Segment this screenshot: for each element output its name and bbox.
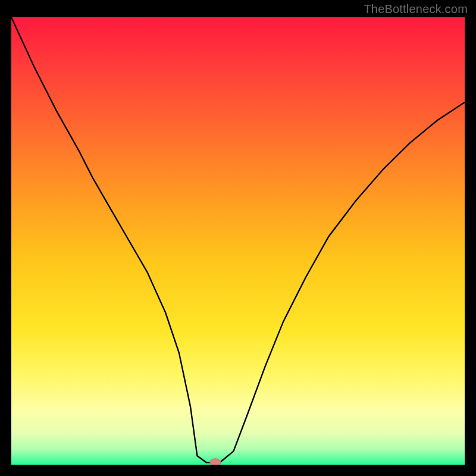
gradient-background [11,17,465,465]
plot-area [11,17,465,465]
bottleneck-chart [11,17,465,465]
chart-frame: TheBottleneck.com [0,0,476,476]
watermark-text: TheBottleneck.com [364,2,468,16]
optimal-point-marker [210,459,221,465]
